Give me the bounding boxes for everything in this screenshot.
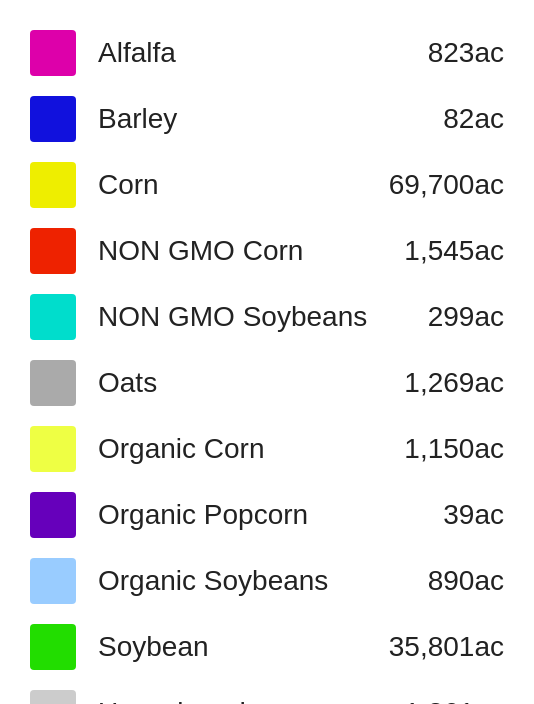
list-item: Organic Soybeans890ac <box>30 548 504 614</box>
color-swatch-barley <box>30 96 76 142</box>
color-swatch-oats <box>30 360 76 406</box>
value-non-gmo-corn: 1,545ac <box>404 235 504 267</box>
list-item: Barley82ac <box>30 86 504 152</box>
list-item: Oats1,269ac <box>30 350 504 416</box>
label-non-gmo-soybeans: NON GMO Soybeans <box>98 301 428 333</box>
color-swatch-unassigned <box>30 690 76 704</box>
list-item: Unassigned1,361ac <box>30 680 504 704</box>
label-barley: Barley <box>98 103 443 135</box>
label-corn: Corn <box>98 169 389 201</box>
list-item: Organic Popcorn39ac <box>30 482 504 548</box>
color-swatch-non-gmo-soybeans <box>30 294 76 340</box>
value-non-gmo-soybeans: 299ac <box>428 301 504 333</box>
legend-container: Alfalfa823acBarley82acCorn69,700acNON GM… <box>30 20 504 704</box>
label-organic-soybeans: Organic Soybeans <box>98 565 428 597</box>
list-item: Soybean35,801ac <box>30 614 504 680</box>
list-item: Corn69,700ac <box>30 152 504 218</box>
value-corn: 69,700ac <box>389 169 504 201</box>
color-swatch-organic-popcorn <box>30 492 76 538</box>
label-non-gmo-corn: NON GMO Corn <box>98 235 404 267</box>
color-swatch-corn <box>30 162 76 208</box>
label-oats: Oats <box>98 367 404 399</box>
value-unassigned: 1,361ac <box>404 697 504 704</box>
label-organic-corn: Organic Corn <box>98 433 404 465</box>
list-item: NON GMO Soybeans299ac <box>30 284 504 350</box>
list-item: NON GMO Corn1,545ac <box>30 218 504 284</box>
list-item: Organic Corn1,150ac <box>30 416 504 482</box>
list-item: Alfalfa823ac <box>30 20 504 86</box>
label-soybean: Soybean <box>98 631 389 663</box>
value-organic-corn: 1,150ac <box>404 433 504 465</box>
value-soybean: 35,801ac <box>389 631 504 663</box>
value-barley: 82ac <box>443 103 504 135</box>
color-swatch-organic-soybeans <box>30 558 76 604</box>
value-organic-popcorn: 39ac <box>443 499 504 531</box>
value-organic-soybeans: 890ac <box>428 565 504 597</box>
label-unassigned: Unassigned <box>98 697 404 704</box>
value-alfalfa: 823ac <box>428 37 504 69</box>
color-swatch-alfalfa <box>30 30 76 76</box>
color-swatch-organic-corn <box>30 426 76 472</box>
color-swatch-soybean <box>30 624 76 670</box>
label-alfalfa: Alfalfa <box>98 37 428 69</box>
color-swatch-non-gmo-corn <box>30 228 76 274</box>
label-organic-popcorn: Organic Popcorn <box>98 499 443 531</box>
value-oats: 1,269ac <box>404 367 504 399</box>
